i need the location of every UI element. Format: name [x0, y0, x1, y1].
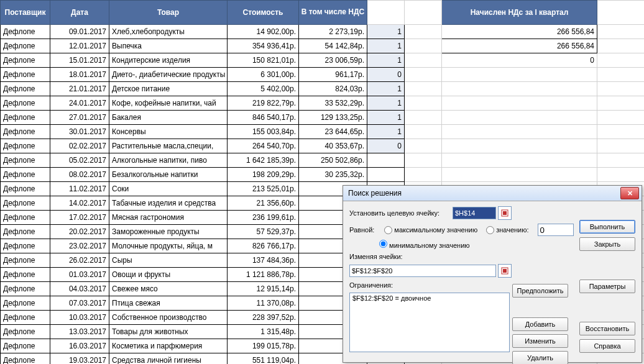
cell[interactable]: 1: [367, 39, 405, 53]
cell[interactable]: 2 273,19р.: [299, 25, 367, 39]
cell[interactable]: 846 540,17р.: [228, 111, 299, 125]
cell[interactable]: 54 142,84р.: [299, 39, 367, 53]
cell[interactable]: 02.02.2017: [50, 139, 109, 153]
cell[interactable]: Дефлопе: [1, 311, 50, 325]
col-flag[interactable]: [367, 1, 405, 25]
cell[interactable]: 18.01.2017: [50, 68, 109, 82]
cell[interactable]: 24.01.2017: [50, 96, 109, 111]
cell[interactable]: 23.02.2017: [50, 239, 109, 253]
help-button[interactable]: Справка: [579, 339, 635, 353]
cell[interactable]: 12 915,14р.: [228, 282, 299, 296]
cell[interactable]: Детское питание: [109, 82, 228, 96]
cell[interactable]: 129 133,25р.: [299, 111, 367, 125]
cell[interactable]: [442, 139, 597, 153]
cell[interactable]: [405, 111, 442, 125]
table-row[interactable]: Дефлопе30.01.2017Консервы155 003,84р.23 …: [1, 125, 645, 139]
constraint-item[interactable]: $F$12:$F$20 = двоичное: [352, 294, 507, 302]
cell[interactable]: [405, 25, 442, 39]
cell[interactable]: 824,03р.: [299, 82, 367, 96]
cell[interactable]: Дефлопе: [1, 268, 50, 282]
cell[interactable]: 33 532,29р.: [299, 96, 367, 111]
execute-button[interactable]: Выполнить: [579, 220, 635, 234]
cell[interactable]: [405, 125, 442, 139]
cell[interactable]: [597, 111, 645, 125]
cell[interactable]: Алкогольные напитки, пиво: [109, 153, 228, 168]
cell[interactable]: Кофе, кофейные напитки, чай: [109, 96, 228, 111]
cell[interactable]: Дефлопе: [1, 68, 50, 82]
close-icon[interactable]: ✕: [620, 187, 639, 199]
cell[interactable]: 5 402,00р.: [228, 82, 299, 96]
cell[interactable]: Консервы: [109, 125, 228, 139]
cell[interactable]: [442, 96, 597, 111]
cell[interactable]: 12.01.2017: [50, 39, 109, 53]
cell[interactable]: Дефлопе: [1, 325, 50, 339]
cell[interactable]: 198 209,29р.: [228, 168, 299, 182]
cell[interactable]: 1: [367, 53, 405, 68]
cell[interactable]: 150 821,01р.: [228, 53, 299, 68]
table-row[interactable]: Дефлопе24.01.2017Кофе, кофейные напитки,…: [1, 96, 645, 111]
restore-button[interactable]: Восстановить: [579, 322, 635, 335]
cell[interactable]: 1: [367, 96, 405, 111]
change-constraint-button[interactable]: Изменить: [512, 334, 568, 348]
cell[interactable]: [405, 96, 442, 111]
cell[interactable]: Дефлопе: [1, 125, 50, 139]
cell[interactable]: 26.02.2017: [50, 253, 109, 268]
cell[interactable]: 23 006,59р.: [299, 53, 367, 68]
cell[interactable]: 23 644,65р.: [299, 125, 367, 139]
cell[interactable]: 266 556,84: [442, 39, 597, 53]
cell[interactable]: Дефлопе: [1, 153, 50, 168]
ref-picker-icon[interactable]: [498, 206, 512, 220]
cell[interactable]: 04.03.2017: [50, 282, 109, 296]
cell[interactable]: Хлеб,хлебопродукты: [109, 25, 228, 39]
cell[interactable]: Дефлопе: [1, 253, 50, 268]
cell[interactable]: Дефлопе: [1, 296, 50, 311]
cell[interactable]: Птица свежая: [109, 296, 228, 311]
cell[interactable]: [405, 168, 442, 182]
cell[interactable]: Товары для животных: [109, 325, 228, 339]
cell[interactable]: 20.02.2017: [50, 225, 109, 239]
add-constraint-button[interactable]: Добавить: [512, 317, 568, 331]
delete-constraint-button[interactable]: Удалить: [512, 351, 568, 364]
parameters-button[interactable]: Параметры: [579, 280, 635, 293]
radio-max[interactable]: максимальному значению: [384, 226, 477, 234]
cell[interactable]: 0: [442, 53, 597, 68]
cell[interactable]: Дефлопе: [1, 353, 50, 365]
col-supplier[interactable]: Поставщик: [1, 1, 50, 25]
cell[interactable]: 11.02.2017: [50, 182, 109, 196]
cell[interactable]: 137 484,36р.: [228, 253, 299, 268]
cell[interactable]: 228 397,52р.: [228, 311, 299, 325]
cell[interactable]: 0: [367, 68, 405, 82]
cell[interactable]: [597, 125, 645, 139]
cell[interactable]: 155 003,84р.: [228, 125, 299, 139]
cell[interactable]: 199 015,78р.: [228, 339, 299, 353]
cell[interactable]: [405, 39, 442, 53]
cell[interactable]: 1: [367, 82, 405, 96]
cell[interactable]: 14 902,00р.: [228, 25, 299, 39]
cell[interactable]: [442, 82, 597, 96]
cell[interactable]: [597, 139, 645, 153]
cell[interactable]: [597, 53, 645, 68]
cell[interactable]: [405, 153, 442, 168]
cell[interactable]: [442, 111, 597, 125]
cell[interactable]: Дефлопе: [1, 96, 50, 111]
cell[interactable]: Табачные изделия и средства: [109, 196, 228, 211]
cell[interactable]: Молочные продукты, яйца, м: [109, 239, 228, 253]
cell[interactable]: 1: [367, 125, 405, 139]
cell[interactable]: Дефлопе: [1, 39, 50, 53]
cell[interactable]: 13.03.2017: [50, 325, 109, 339]
col-cost[interactable]: Стоимость: [228, 1, 299, 25]
cell[interactable]: Дието-, диабетические продукты: [109, 68, 228, 82]
cell[interactable]: 250 502,86р.: [299, 153, 367, 168]
cell[interactable]: Дефлопе: [1, 239, 50, 253]
cell[interactable]: 30 235,32р.: [299, 168, 367, 182]
cell[interactable]: 19.03.2017: [50, 353, 109, 365]
cell[interactable]: Выпечка: [109, 39, 228, 53]
constraints-listbox[interactable]: $F$12:$F$20 = двоичное: [349, 293, 510, 352]
cell[interactable]: Дефлопе: [1, 168, 50, 182]
cell[interactable]: Дефлопе: [1, 25, 50, 39]
table-row[interactable]: Дефлопе02.02.2017Растительные масла,спец…: [1, 139, 645, 153]
cell[interactable]: Дефлопе: [1, 111, 50, 125]
cell[interactable]: Свежее мясо: [109, 282, 228, 296]
table-row[interactable]: Дефлопе12.01.2017Выпечка354 936,41р.54 1…: [1, 39, 645, 53]
cell[interactable]: 1 642 185,39р.: [228, 153, 299, 168]
